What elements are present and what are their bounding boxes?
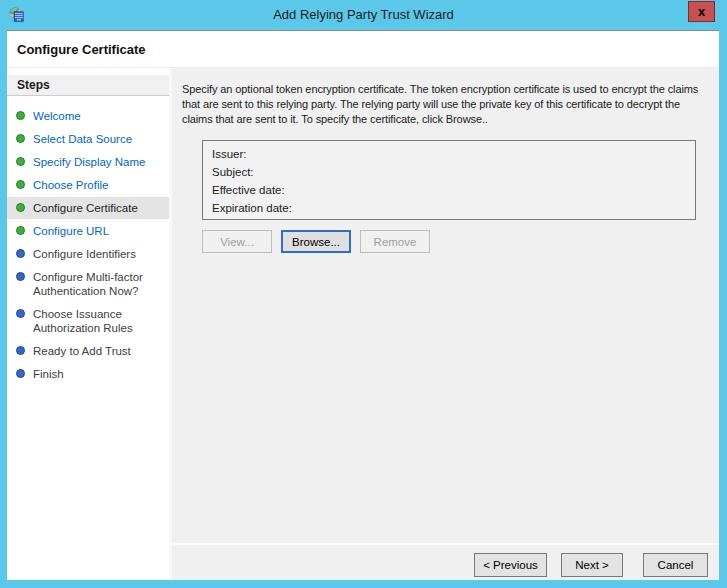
steps-list: WelcomeSelect Data SourceSpecify Display… — [7, 105, 169, 385]
step-bullet-icon — [16, 346, 25, 355]
sidebar-item-choose-issuance-authorization-rules: Choose Issuance Authorization Rules — [7, 303, 169, 339]
certificate-field-label: Issuer: — [212, 148, 695, 166]
header-band: Configure Certificate — [7, 31, 719, 68]
sidebar-item-configure-url[interactable]: Configure URL — [7, 220, 169, 242]
sidebar-item-finish: Finish — [7, 363, 169, 385]
sidebar-item-ready-to-add-trust: Ready to Add Trust — [7, 340, 169, 362]
close-button[interactable]: x — [688, 1, 715, 22]
step-bullet-icon — [16, 249, 25, 258]
sidebar-item-configure-multi-factor-authentication-now: Configure Multi-factor Authentication No… — [7, 266, 169, 302]
step-label: Ready to Add Trust — [33, 345, 131, 357]
cancel-button[interactable]: Cancel — [643, 553, 708, 577]
content-area: Specify an optional token encryption cer… — [172, 68, 719, 580]
certificate-fields: Issuer:Subject:Effective date:Expiration… — [212, 148, 695, 220]
certificate-field-label: Effective date: — [212, 184, 695, 202]
sidebar-item-configure-certificate[interactable]: Configure Certificate — [7, 197, 169, 219]
sidebar-item-welcome[interactable]: Welcome — [7, 105, 169, 127]
sidebar-item-configure-identifiers: Configure Identifiers — [7, 243, 169, 265]
step-label: Welcome — [33, 110, 81, 122]
certificate-details-box: Issuer:Subject:Effective date:Expiration… — [202, 140, 696, 220]
next-button[interactable]: Next > — [561, 553, 623, 577]
wizard-dialog: Configure Certificate Steps WelcomeSelec… — [7, 30, 719, 580]
sidebar-item-select-data-source[interactable]: Select Data Source — [7, 128, 169, 150]
step-bullet-icon — [16, 272, 25, 281]
step-label: Configure URL — [33, 225, 109, 237]
certificate-field-label: Expiration date: — [212, 202, 695, 220]
steps-sidebar: Steps WelcomeSelect Data SourceSpecify D… — [7, 68, 172, 580]
step-label: Choose Profile — [33, 179, 108, 191]
step-bullet-icon — [16, 203, 25, 212]
previous-button[interactable]: < Previous — [474, 553, 547, 577]
step-label: Configure Identifiers — [33, 248, 136, 260]
step-label: Configure Multi-factor Authentication No… — [33, 271, 143, 297]
step-label: Specify Display Name — [33, 156, 145, 168]
step-bullet-icon — [16, 309, 25, 318]
certificate-buttons-row: View... Browse... Remove — [202, 230, 707, 253]
browse-button[interactable]: Browse... — [281, 230, 351, 253]
titlebar: Add Relying Party Trust Wizard x — [0, 0, 727, 30]
step-label: Select Data Source — [33, 133, 132, 145]
step-label: Choose Issuance Authorization Rules — [33, 308, 133, 334]
adfs-app-icon — [8, 6, 24, 22]
certificate-field-label: Subject: — [212, 166, 695, 184]
steps-header: Steps — [7, 75, 169, 96]
step-bullet-icon — [16, 180, 25, 189]
sidebar-item-choose-profile[interactable]: Choose Profile — [7, 174, 169, 196]
step-label: Finish — [33, 368, 64, 380]
wizard-window: Add Relying Party Trust Wizard x Configu… — [0, 0, 727, 588]
step-label: Configure Certificate — [33, 202, 138, 214]
window-title: Add Relying Party Trust Wizard — [40, 0, 687, 30]
remove-button[interactable]: Remove — [360, 230, 430, 253]
description-text: Specify an optional token encryption cer… — [182, 82, 707, 127]
step-bullet-icon — [16, 369, 25, 378]
step-bullet-icon — [16, 111, 25, 120]
footer-buttons-row: < Previous Next > Cancel — [172, 545, 719, 580]
page-title: Configure Certificate — [7, 31, 719, 57]
sidebar-item-specify-display-name[interactable]: Specify Display Name — [7, 151, 169, 173]
step-bullet-icon — [16, 134, 25, 143]
step-bullet-icon — [16, 157, 25, 166]
view-button[interactable]: View... — [202, 230, 272, 253]
step-bullet-icon — [16, 226, 25, 235]
